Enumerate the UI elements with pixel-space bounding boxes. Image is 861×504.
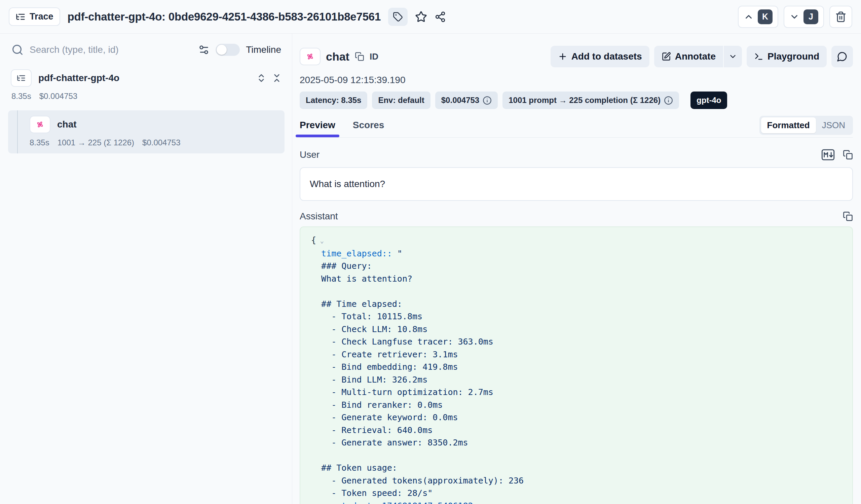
timeline-toggle-label: Timeline	[246, 44, 281, 55]
observation-name: chat	[57, 119, 77, 130]
observation-tokens: 1001 → 225 (Σ 1226)	[57, 138, 134, 147]
timeline-toggle[interactable]	[216, 44, 240, 56]
code-line: - Generate keyword: 0.0ms	[311, 411, 842, 424]
code-line: - Token speed: 28/s"	[311, 487, 842, 500]
trace-tree-icon	[11, 69, 32, 87]
tab-divider	[300, 137, 853, 138]
expand-all-icon[interactable]	[256, 73, 266, 83]
model-badge[interactable]: gpt-4o	[691, 92, 727, 109]
trace-latency: 8.35s	[11, 92, 31, 101]
tag-icon	[393, 12, 403, 22]
trace-type-badge: Trace	[9, 8, 60, 26]
chevron-up-icon	[743, 12, 754, 22]
tree-settings-icon[interactable]	[198, 44, 209, 55]
copy-assistant-content-icon[interactable]	[843, 211, 853, 221]
detail-tabs: Preview Scores Formatted JSON	[300, 117, 853, 137]
code-line: - Check Langfuse tracer: 363.0ms	[311, 336, 842, 348]
tree-item-chat-selected[interactable]: chat 8.35s 1001 → 225 (Σ 1226) $0.004753	[8, 110, 285, 153]
tags-button[interactable]	[388, 8, 408, 26]
format-option-formatted[interactable]: Formatted	[761, 118, 816, 133]
observation-cost: $0.004753	[142, 138, 180, 147]
trace-name: pdf-chatter-gpt-4o	[38, 73, 119, 83]
code-line: - Generate answer: 8350.2ms	[311, 436, 842, 449]
playground-button[interactable]: Playground	[747, 46, 827, 67]
user-message-text: What is attention?	[310, 179, 385, 189]
metric-badge: Latency: 8.35s	[300, 92, 367, 109]
metric-badge: 1001 prompt → 225 completion (Σ 1226)	[503, 92, 679, 109]
code-line: - Total: 10115.8ms	[311, 310, 842, 323]
copy-user-content-icon[interactable]	[843, 150, 853, 160]
assistant-section-title: Assistant	[300, 211, 338, 222]
code-line: ## Time elapsed:	[311, 298, 842, 311]
format-segmented-control: Formatted JSON	[760, 116, 853, 135]
code-line: - Retrieval: 640.0ms	[311, 424, 842, 437]
comment-bubble-icon	[837, 51, 848, 62]
trace-badge-label: Trace	[30, 11, 54, 22]
delete-trace-button[interactable]	[829, 6, 852, 28]
observation-detail-panel: chat ID Add to datasets Annotate	[292, 33, 861, 504]
markdown-toggle-icon[interactable]	[821, 149, 835, 161]
code-line: time_elapsed:: "	[311, 247, 842, 260]
info-icon[interactable]	[483, 96, 492, 105]
assistant-output-card[interactable]: { ⌄ time_elapsed:: " ### Query: What is …	[300, 227, 853, 504]
bookmark-star-button[interactable]	[415, 11, 427, 23]
keyboard-shortcut-k: K	[758, 10, 773, 24]
terminal-icon	[754, 52, 764, 61]
trace-cost: $0.004753	[39, 92, 77, 101]
share-button[interactable]	[435, 11, 446, 23]
next-trace-button[interactable]: J	[784, 6, 824, 28]
tree-indent-guide	[17, 110, 18, 153]
observation-timestamp: 2025-05-09 12:15:39.190	[300, 75, 853, 85]
trace-nav-controls: K J	[738, 6, 852, 28]
metric-badge: $0.004753	[435, 92, 498, 109]
search-input[interactable]	[30, 44, 192, 55]
tree-icon	[15, 12, 26, 22]
chevron-down-icon	[728, 52, 737, 61]
metric-badge-label: 1001 prompt → 225 completion (Σ 1226)	[508, 96, 660, 105]
badge-list: Latency: 8.35sEnv: default$0.0047531001 …	[300, 92, 853, 109]
previous-trace-button[interactable]: K	[738, 6, 778, 28]
page-title: pdf-chatter-gpt-4o: 0bde9629-4251-4386-b…	[68, 11, 381, 23]
search-icon	[11, 44, 24, 56]
annotate-button[interactable]: Annotate	[654, 46, 723, 67]
trace-tree-sidebar: Timeline pdf-chatter-gpt-4o 8.35s $0.004…	[0, 33, 292, 504]
trash-icon	[835, 11, 847, 23]
metric-badge: Env: default	[372, 92, 430, 109]
add-to-datasets-button[interactable]: Add to datasets	[550, 46, 650, 67]
metric-badge-label: Latency: 8.35s	[306, 96, 361, 105]
add-to-datasets-label: Add to datasets	[571, 51, 642, 62]
tab-scores[interactable]: Scores	[353, 120, 384, 137]
annotate-dropdown-button[interactable]	[724, 46, 742, 67]
code-line: - Bind reranker: 0.0ms	[311, 399, 842, 411]
info-icon[interactable]	[664, 96, 673, 105]
copy-id-icon[interactable]	[355, 52, 364, 61]
code-line	[311, 449, 842, 462]
metric-badge-label: Env: default	[378, 96, 424, 105]
tree-search-row: Timeline	[8, 44, 285, 56]
code-line: - Bind embedding: 419.8ms	[311, 361, 842, 373]
trace-stats: 8.35s $0.004753	[11, 92, 282, 101]
tree-expand-controls	[256, 73, 282, 83]
observation-stats: 8.35s 1001 → 225 (Σ 1226) $0.004753	[30, 138, 278, 147]
user-message-card: What is attention?	[300, 167, 853, 201]
format-option-json[interactable]: JSON	[816, 118, 851, 133]
tree-item-trace[interactable]: pdf-chatter-gpt-4o	[8, 69, 285, 87]
chevron-down-icon	[789, 12, 800, 22]
tab-preview[interactable]: Preview	[300, 120, 335, 137]
observation-title: chat	[326, 50, 350, 63]
code-line: ## Token usage:	[311, 462, 842, 474]
playground-label: Playground	[767, 51, 819, 62]
plus-icon	[558, 52, 568, 61]
code-line: - Create retriever: 3.1ms	[311, 348, 842, 361]
code-line: What is attention?	[311, 273, 842, 285]
code-line: - Bind LLM: 326.2ms	[311, 373, 842, 386]
observation-latency: 8.35s	[30, 138, 50, 147]
keyboard-shortcut-j: J	[804, 10, 818, 24]
code-line: - Check LLM: 10.8ms	[311, 323, 842, 336]
star-icon	[415, 11, 427, 23]
comments-button[interactable]	[831, 46, 853, 67]
collapse-all-icon[interactable]	[272, 73, 282, 83]
generation-icon	[300, 48, 320, 65]
metric-badge-label: $0.004753	[441, 96, 479, 105]
code-line	[311, 285, 842, 298]
